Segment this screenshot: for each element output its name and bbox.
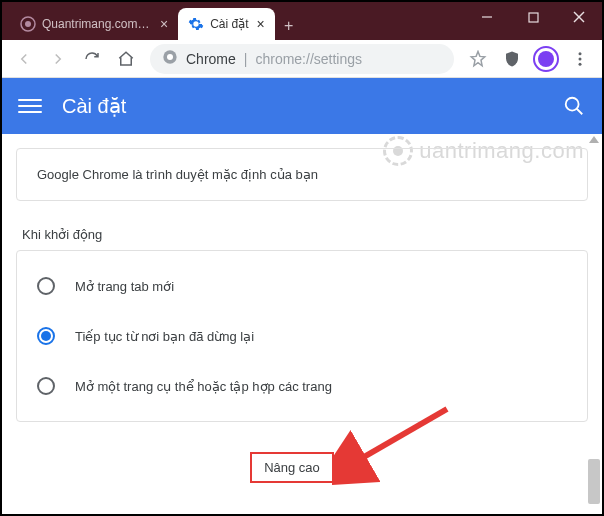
radio-icon [37,327,55,345]
forward-button[interactable] [42,43,74,75]
startup-options: Mở trang tab mới Tiếp tục từ nơi bạn đã … [16,250,588,422]
browser-toolbar: Chrome | chrome://settings [2,40,602,78]
default-browser-text: Google Chrome là trình duyệt mặc định củ… [37,167,318,182]
startup-section-title: Khi khởi động [22,227,588,242]
close-icon[interactable]: × [257,17,265,31]
reload-button[interactable] [76,43,108,75]
close-icon[interactable]: × [160,17,168,31]
startup-option-newtab[interactable]: Mở trang tab mới [37,261,567,311]
new-tab-button[interactable]: + [275,12,303,40]
tab-label: Quantrimang.com: Kiế [42,17,152,31]
default-browser-card: Google Chrome là trình duyệt mặc định củ… [16,148,588,201]
bookmark-button[interactable] [462,43,494,75]
minimize-button[interactable] [464,2,510,32]
scroll-up-icon[interactable] [589,136,599,143]
svg-point-1 [25,21,31,27]
tab-quantrimang[interactable]: Quantrimang.com: Kiế × [10,8,178,40]
shield-icon[interactable] [496,43,528,75]
address-bar[interactable]: Chrome | chrome://settings [150,44,454,74]
omnibox-app-label: Chrome [186,51,236,67]
settings-gear-icon [188,16,204,32]
chrome-icon [162,49,178,68]
advanced-button[interactable]: Nâng cao [250,452,334,483]
tab-strip: Quantrimang.com: Kiế × Cài đặt × + [2,2,303,40]
radio-icon [37,377,55,395]
svg-point-10 [579,62,582,65]
svg-point-8 [579,52,582,55]
svg-line-12 [577,109,583,115]
maximize-button[interactable] [510,2,556,32]
scrollbar-thumb[interactable] [588,459,600,504]
advanced-row: Nâng cao [16,452,588,483]
back-button[interactable] [8,43,40,75]
svg-point-7 [167,54,173,60]
menu-icon[interactable] [18,94,42,118]
chevron-down-icon[interactable] [342,459,354,477]
window-titlebar: Quantrimang.com: Kiế × Cài đặt × + [2,2,602,40]
settings-content: Google Chrome là trình duyệt mặc định củ… [2,134,602,514]
settings-header: Cài đặt [2,78,602,134]
page-title: Cài đặt [62,94,126,118]
home-button[interactable] [110,43,142,75]
radio-icon [37,277,55,295]
svg-rect-3 [529,13,538,22]
window-controls [464,2,602,32]
omnibox-url: chrome://settings [255,51,362,67]
svg-point-9 [579,57,582,60]
profile-avatar[interactable] [530,43,562,75]
tab-settings[interactable]: Cài đặt × [178,8,275,40]
startup-option-specific[interactable]: Mở một trang cụ thể hoặc tập hợp các tra… [37,361,567,411]
close-button[interactable] [556,2,602,32]
option-label: Mở trang tab mới [75,279,174,294]
favicon-quantrimang [20,16,36,32]
menu-button[interactable] [564,43,596,75]
option-label: Tiếp tục từ nơi bạn đã dừng lại [75,329,254,344]
search-button[interactable] [562,94,586,118]
svg-point-11 [566,98,579,111]
startup-option-continue[interactable]: Tiếp tục từ nơi bạn đã dừng lại [37,311,567,361]
tab-label: Cài đặt [210,17,248,31]
option-label: Mở một trang cụ thể hoặc tập hợp các tra… [75,379,332,394]
